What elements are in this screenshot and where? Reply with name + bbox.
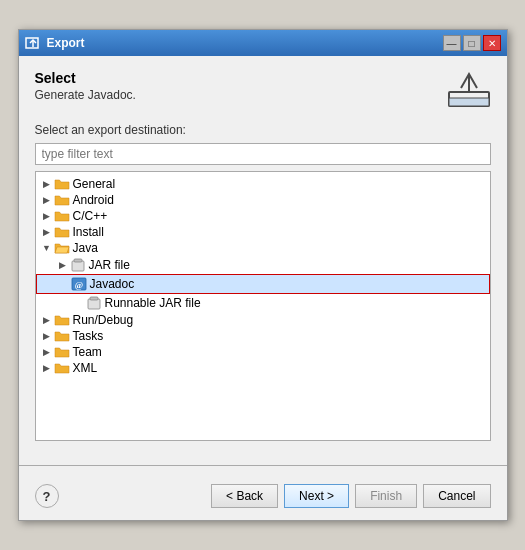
tree-item-general[interactable]: ▶ General (36, 176, 490, 192)
tree-label: Android (73, 193, 114, 207)
tree-item-runnable-jar[interactable]: ▶ Runnable JAR file (36, 294, 490, 312)
svg-rect-6 (74, 259, 82, 262)
jar-icon (70, 257, 86, 273)
next-button[interactable]: Next > (284, 484, 349, 508)
tree-label: Run/Debug (73, 313, 134, 327)
main-content: Select Generate Javadoc. Select an expor… (19, 56, 507, 455)
tree-label: JAR file (89, 258, 130, 272)
arrow-icon: ▶ (40, 211, 54, 221)
title-bar-left: Export (25, 35, 85, 51)
upload-icon (447, 70, 491, 110)
javadoc-icon: @ (71, 276, 87, 292)
arrow-icon: ▶ (40, 195, 54, 205)
arrow-icon: ▶ (40, 331, 54, 341)
tree-container: ▶ General ▶ Android ▶ C/C++ (35, 171, 491, 441)
section-title: Select (35, 70, 136, 86)
folder-icon-open (54, 241, 70, 255)
folder-icon (54, 177, 70, 191)
help-button[interactable]: ? (35, 484, 59, 508)
tree-label: Runnable JAR file (105, 296, 201, 310)
title-bar: Export — □ ✕ (19, 30, 507, 56)
minimize-button[interactable]: — (443, 35, 461, 51)
close-button[interactable]: ✕ (483, 35, 501, 51)
tree-item-install[interactable]: ▶ Install (36, 224, 490, 240)
tree-label: Tasks (73, 329, 104, 343)
tree-label: Install (73, 225, 104, 239)
tree-label: General (73, 177, 116, 191)
window-title: Export (47, 36, 85, 50)
filter-input[interactable] (35, 143, 491, 165)
destination-label: Select an export destination: (35, 123, 491, 137)
window-icon (25, 35, 41, 51)
tree-label: Java (73, 241, 98, 255)
tree-label: Team (73, 345, 102, 359)
tree-item-rundebug[interactable]: ▶ Run/Debug (36, 312, 490, 328)
tree-label: Javadoc (90, 277, 135, 291)
arrow-icon: ▶ (40, 315, 54, 325)
arrow-icon: ▶ (56, 260, 70, 270)
export-window: Export — □ ✕ Select Generate Javadoc. (18, 29, 508, 521)
export-icon (447, 70, 491, 113)
svg-rect-0 (26, 38, 38, 48)
arrow-icon: ▶ (40, 347, 54, 357)
tree-label: C/C++ (73, 209, 108, 223)
svg-rect-9 (88, 299, 100, 309)
tree-item-java[interactable]: ▼ Java (36, 240, 490, 256)
folder-icon (54, 345, 70, 359)
svg-text:@: @ (74, 280, 82, 290)
tree-item-jar[interactable]: ▶ JAR file (36, 256, 490, 274)
svg-rect-5 (72, 261, 84, 271)
separator (19, 465, 507, 466)
folder-icon (54, 225, 70, 239)
arrow-icon: ▶ (40, 227, 54, 237)
folder-icon (54, 329, 70, 343)
tree-item-cpp[interactable]: ▶ C/C++ (36, 208, 490, 224)
runnable-jar-icon (86, 295, 102, 311)
header-text: Select Generate Javadoc. (35, 70, 136, 112)
footer-buttons: < Back Next > Finish Cancel (211, 484, 490, 508)
cancel-button[interactable]: Cancel (423, 484, 490, 508)
tree-item-javadoc[interactable]: ▶ @ Javadoc (36, 274, 490, 294)
svg-rect-3 (449, 98, 489, 106)
folder-icon (54, 209, 70, 223)
maximize-button[interactable]: □ (463, 35, 481, 51)
window-controls: — □ ✕ (443, 35, 501, 51)
tree-item-xml[interactable]: ▶ XML (36, 360, 490, 376)
footer-left: ? (35, 484, 59, 508)
tree-label: XML (73, 361, 98, 375)
section-subtitle: Generate Javadoc. (35, 88, 136, 102)
arrow-icon: ▼ (40, 243, 54, 253)
footer: ? < Back Next > Finish Cancel (19, 476, 507, 520)
tree-item-team[interactable]: ▶ Team (36, 344, 490, 360)
tree-item-tasks[interactable]: ▶ Tasks (36, 328, 490, 344)
back-button[interactable]: < Back (211, 484, 278, 508)
folder-icon (54, 313, 70, 327)
tree-item-android[interactable]: ▶ Android (36, 192, 490, 208)
finish-button[interactable]: Finish (355, 484, 417, 508)
arrow-icon: ▶ (40, 363, 54, 373)
svg-rect-10 (90, 297, 98, 300)
arrow-icon: ▶ (40, 179, 54, 189)
folder-icon (54, 361, 70, 375)
folder-icon (54, 193, 70, 207)
